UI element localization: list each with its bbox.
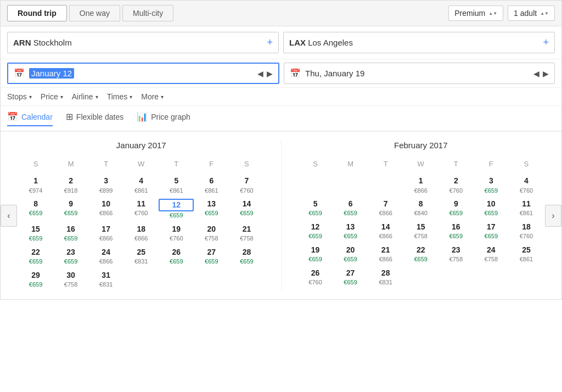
cal-cell[interactable]: 31€831 [88, 268, 123, 291]
cal-cell[interactable]: 3€659 [474, 173, 509, 197]
cal-cell[interactable]: 13€659 [194, 197, 229, 222]
cal-cell[interactable]: 25€861 [509, 243, 544, 266]
cal-cell[interactable]: 11€861 [509, 197, 544, 220]
tab-label: Price graph [151, 113, 190, 121]
cal-cell[interactable]: 28€831 [368, 266, 403, 289]
cal-cell[interactable]: 19€659 [298, 243, 333, 266]
trip-tab-round-trip[interactable]: Round trip [7, 5, 67, 21]
cal-cell[interactable]: 14€659 [229, 197, 264, 222]
departure-next-arrow[interactable]: ▶ [267, 69, 273, 78]
cal-cell[interactable]: 22€659 [403, 243, 439, 266]
cal-day: 27€659 [333, 268, 368, 287]
cal-day-num: 22 [18, 247, 53, 258]
cal-day-num: 15 [18, 224, 53, 235]
cal-cell[interactable]: 7€760 [229, 173, 264, 197]
cal-day: 24€758 [474, 245, 509, 264]
cal-cell[interactable]: 12€659 [159, 197, 194, 222]
filter-arrow: ▾ [60, 94, 63, 100]
cal-cell[interactable]: 13€659 [333, 220, 368, 243]
dest-plus[interactable]: + [543, 37, 549, 48]
cal-cell[interactable]: 19€760 [159, 222, 194, 245]
cal-cell[interactable]: 7€866 [368, 197, 403, 220]
cal-cell[interactable]: 21€866 [368, 243, 403, 266]
cal-cell[interactable]: 27€659 [333, 266, 368, 289]
view-tab-calendar[interactable]: 📅Calendar [7, 111, 53, 126]
cal-cell[interactable]: 26€659 [159, 245, 194, 268]
cal-cell[interactable]: 5€659 [298, 197, 333, 220]
return-nav-arrows[interactable]: ◀ ▶ [533, 69, 549, 78]
cal-cell[interactable]: 16€659 [53, 222, 88, 245]
cal-cell[interactable]: 22€659 [18, 245, 53, 268]
filter-arrow: ▾ [130, 94, 132, 100]
cal-day-num: 23 [439, 245, 474, 256]
cal-day-price: €659 [53, 257, 88, 265]
cal-cell[interactable]: 16€659 [439, 220, 474, 243]
cal-cell[interactable]: 5€861 [159, 173, 194, 197]
departure-prev-arrow[interactable]: ◀ [257, 69, 263, 78]
cal-cell[interactable]: 1€866 [403, 173, 439, 197]
cal-cell[interactable]: 12€659 [298, 220, 333, 243]
cal-cell[interactable]: 27€659 [194, 245, 229, 268]
departure-date-field[interactable]: 📅 January 12 ◀ ▶ [7, 63, 279, 84]
cal-cell[interactable]: 17€659 [474, 220, 509, 243]
return-prev-arrow[interactable]: ◀ [533, 69, 539, 78]
filter-price[interactable]: Price▾ [41, 92, 63, 101]
cal-cell[interactable]: 4€760 [509, 173, 544, 197]
return-date-field[interactable]: 📅 Thu, January 19 ◀ ▶ [284, 63, 555, 84]
cal-cell[interactable]: 20€758 [194, 222, 229, 245]
cal-day-num: 31 [88, 270, 123, 281]
cal-cell[interactable]: 24€758 [474, 243, 509, 266]
cal-cell[interactable]: 1€974 [18, 173, 53, 197]
view-tab-price-graph[interactable]: 📊Price graph [137, 111, 190, 125]
cal-cell[interactable]: 18€760 [509, 220, 544, 243]
filter-stops[interactable]: Stops▾ [7, 92, 32, 101]
cal-cell[interactable]: 11€760 [123, 197, 159, 222]
filter-more[interactable]: More▾ [141, 92, 164, 101]
cal-cell[interactable]: 9€659 [53, 197, 88, 222]
cal-cell[interactable]: 26€760 [298, 266, 333, 289]
cal-month-title-0: January 2017 [18, 141, 265, 150]
cal-cell[interactable]: 30€758 [53, 268, 88, 291]
cal-cell[interactable]: 2€918 [53, 173, 88, 197]
cal-day-num: 5 [298, 199, 333, 210]
return-next-arrow[interactable]: ▶ [543, 69, 549, 78]
cal-cell[interactable]: 23€659 [53, 245, 88, 268]
cal-cell[interactable]: 8€840 [403, 197, 439, 220]
view-tab-flexible-dates[interactable]: ⊞Flexible dates [66, 111, 123, 125]
filter-airline[interactable]: Airline▾ [72, 92, 98, 101]
cal-cell[interactable]: 24€866 [88, 245, 123, 268]
calendar-next-nav[interactable]: › [545, 205, 561, 227]
cal-cell[interactable]: 28€659 [229, 245, 264, 268]
cal-cell[interactable]: 10€659 [474, 197, 509, 220]
trip-tab-multi-city[interactable]: Multi-city [122, 5, 173, 21]
calendar-prev-nav[interactable]: ‹ [1, 205, 17, 227]
cal-cell[interactable]: 9€659 [439, 197, 474, 220]
cal-cell[interactable]: 4€861 [123, 173, 159, 197]
cal-cell[interactable]: 6€861 [194, 173, 229, 197]
trip-tab-one-way[interactable]: One way [69, 5, 120, 21]
cal-day-price: €758 [194, 234, 229, 242]
class-select[interactable]: Premium ▲▼ [448, 5, 503, 21]
cal-cell[interactable]: 14€866 [368, 220, 403, 243]
cal-cell[interactable]: 3€899 [88, 173, 123, 197]
cal-cell[interactable]: 10€866 [88, 197, 123, 222]
filter-times[interactable]: Times▾ [107, 92, 133, 101]
cal-cell[interactable]: 21€758 [229, 222, 264, 245]
cal-day-price: €758 [403, 232, 439, 240]
cal-cell[interactable]: 23€758 [439, 243, 474, 266]
origin-field[interactable]: ARN Stockholm + [7, 32, 279, 53]
dest-field[interactable]: LAX Los Angeles + [283, 32, 555, 53]
cal-cell[interactable]: 18€866 [123, 222, 159, 245]
origin-plus[interactable]: + [267, 37, 273, 48]
cal-cell[interactable]: 6€659 [333, 197, 368, 220]
cal-cell[interactable]: 15€659 [18, 222, 53, 245]
departure-nav-arrows[interactable]: ◀ ▶ [257, 69, 273, 78]
cal-cell[interactable]: 29€659 [18, 268, 53, 291]
cal-cell[interactable]: 25€831 [123, 245, 159, 268]
cal-cell[interactable]: 8€659 [18, 197, 53, 222]
cal-cell[interactable]: 20€659 [333, 243, 368, 266]
cal-cell[interactable]: 2€760 [439, 173, 474, 197]
cal-cell[interactable]: 17€866 [88, 222, 123, 245]
adults-select[interactable]: 1 adult ▲▼ [508, 5, 555, 21]
cal-cell[interactable]: 15€758 [403, 220, 439, 243]
